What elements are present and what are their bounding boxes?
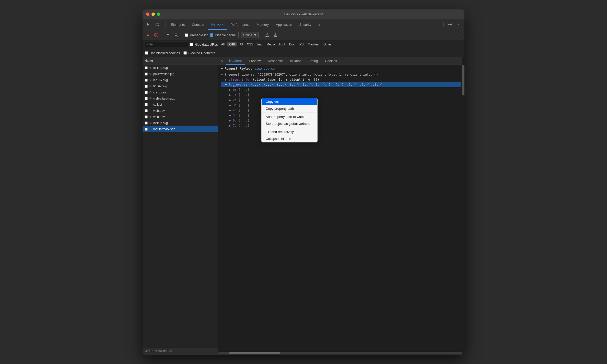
- tree-expand-icon[interactable]: ▶: [229, 113, 233, 118]
- filter-js[interactable]: JS: [237, 42, 244, 46]
- file-checkbox[interactable]: [145, 128, 148, 131]
- file-checkbox[interactable]: [145, 91, 148, 94]
- detail-content[interactable]: ▼ Request Payload view source ▼ {request…: [218, 65, 464, 352]
- record-button[interactable]: ●: [145, 32, 151, 38]
- horizontal-scrollbar[interactable]: [218, 352, 464, 355]
- tree-expand-icon[interactable]: ▶: [229, 103, 233, 107]
- file-item-webdev2[interactable]: ⚙ web.dev: [143, 114, 218, 120]
- disable-cache-label[interactable]: ✓ Disable cache: [210, 33, 236, 37]
- cursor-icon[interactable]: [145, 21, 152, 28]
- tree-expand-icon[interactable]: ▶: [225, 77, 229, 82]
- tree-expand-icon[interactable]: ▶: [229, 93, 233, 97]
- filter-font[interactable]: Font: [277, 42, 287, 46]
- blocked-requests-checkbox[interactable]: [183, 51, 187, 55]
- file-checkbox[interactable]: [145, 79, 148, 82]
- has-blocked-cookies-label[interactable]: Has blocked cookies: [145, 51, 180, 55]
- filter-manifest[interactable]: Manifest: [306, 42, 321, 46]
- file-item-lcp-ux[interactable]: ⚙ lcp_ux.svg: [143, 77, 218, 83]
- filter-xhr[interactable]: XHR: [227, 42, 237, 46]
- detail-tab-response[interactable]: Response: [264, 57, 286, 65]
- filter-input[interactable]: [145, 42, 188, 47]
- minimize-button[interactable]: [151, 13, 155, 16]
- file-item-lockup2[interactable]: ⚙ lockup.svg: [143, 120, 218, 126]
- context-menu-add-watch[interactable]: Add property path to watch: [262, 113, 317, 120]
- context-menu-expand[interactable]: Expand recursively: [262, 128, 317, 135]
- close-button[interactable]: [146, 13, 149, 16]
- file-item-web-vitals[interactable]: ⚙ web-vitals-her...: [143, 95, 218, 102]
- file-checkbox[interactable]: [145, 85, 148, 88]
- vertical-scrollbar-thumb[interactable]: [462, 65, 464, 95]
- filter-icon[interactable]: [165, 32, 171, 38]
- file-checkbox[interactable]: [145, 122, 148, 125]
- detail-tab-preview[interactable]: Preview: [245, 57, 264, 65]
- settings-icon[interactable]: [447, 21, 454, 28]
- context-menu-copy-value[interactable]: Copy value: [262, 98, 317, 105]
- file-item-lockup-svg[interactable]: ⚙ lockup.svg: [143, 65, 218, 71]
- tab-more[interactable]: »: [315, 19, 324, 30]
- hide-data-urls-label[interactable]: Hide data URLs: [190, 43, 218, 46]
- filter-img[interactable]: Img: [255, 42, 264, 46]
- view-source-link[interactable]: view source: [254, 67, 275, 70]
- detail-tab-cookies[interactable]: Cookies: [321, 57, 341, 65]
- tab-performance[interactable]: Performance: [227, 19, 253, 30]
- search-icon[interactable]: [173, 32, 180, 38]
- tab-memory[interactable]: Memory: [253, 19, 272, 30]
- file-item-log[interactable]: ⚙ log?format=json...: [143, 126, 218, 132]
- detail-tab-initiator[interactable]: Initiator: [286, 57, 305, 65]
- filter-doc[interactable]: Doc: [287, 42, 296, 46]
- tab-console[interactable]: Console: [188, 19, 208, 30]
- device-icon[interactable]: [154, 21, 161, 28]
- tree-expand-icon[interactable]: ▶: [229, 88, 233, 92]
- file-checkbox[interactable]: [145, 109, 148, 112]
- upload-icon[interactable]: [264, 32, 271, 38]
- file-item-fid-ux[interactable]: ⚙ fid_ux.svg: [143, 83, 218, 89]
- vertical-scrollbar[interactable]: [462, 57, 464, 355]
- tab-network[interactable]: Network: [208, 19, 227, 30]
- scrollbar-thumb[interactable]: [229, 352, 280, 354]
- hide-data-urls-checkbox[interactable]: [190, 43, 193, 46]
- filter-ws[interactable]: WS: [297, 42, 305, 46]
- filter-media[interactable]: Media: [265, 42, 277, 46]
- file-checkbox[interactable]: [145, 97, 148, 100]
- detail-tab-timing[interactable]: Timing: [305, 57, 322, 65]
- context-menu-copy-path[interactable]: Copy property path: [262, 105, 317, 112]
- tree-expand-icon[interactable]: ▶: [229, 98, 233, 102]
- network-throttle-select[interactable]: Online ▼: [241, 32, 259, 38]
- network-settings-icon[interactable]: [456, 32, 462, 38]
- download-icon[interactable]: [272, 32, 279, 38]
- maximize-button[interactable]: [157, 13, 160, 16]
- file-item-collect[interactable]: ⚙ collect: [143, 102, 218, 108]
- file-item-philipwalton[interactable]: ⚙ philipwalton.jpg: [143, 71, 218, 77]
- tree-expand-icon[interactable]: ▶: [229, 118, 233, 123]
- tree-expand-icon[interactable]: ▶: [229, 123, 233, 128]
- close-detail-button[interactable]: ✕: [219, 58, 225, 64]
- tree-expand-icon[interactable]: ▼: [225, 82, 229, 87]
- tab-security[interactable]: Security: [296, 19, 315, 30]
- preserve-log-checkbox[interactable]: [185, 33, 188, 37]
- tree-expand-icon[interactable]: ▶: [229, 108, 233, 113]
- filter-other[interactable]: Other: [322, 42, 333, 46]
- context-menu-collapse[interactable]: Collapse children: [262, 135, 317, 142]
- filter-all[interactable]: All: [219, 42, 226, 46]
- file-checkbox[interactable]: [145, 66, 148, 69]
- filter-css[interactable]: CSS: [245, 42, 255, 46]
- file-item-cls-ux[interactable]: ⚙ cls_ux.svg: [143, 89, 218, 95]
- item-1: ▶ 1: {,...}: [221, 92, 461, 98]
- file-checkbox[interactable]: [145, 103, 148, 106]
- disable-cache-checkbox[interactable]: ✓: [210, 33, 213, 37]
- file-checkbox[interactable]: [145, 115, 148, 118]
- detail-tab-headers[interactable]: Headers: [226, 57, 245, 65]
- tab-application[interactable]: Application: [272, 19, 296, 30]
- more-options-icon[interactable]: [455, 21, 462, 28]
- file-checkbox[interactable]: [145, 72, 148, 76]
- context-menu-store-global[interactable]: Store object as global variable: [262, 120, 317, 127]
- log-event-line[interactable]: ▼ log_event: [{...}, {...}, {...}, {...}…: [221, 82, 461, 87]
- has-blocked-cookies-checkbox[interactable]: [145, 51, 148, 55]
- tree-expand-icon[interactable]: ▼: [221, 72, 225, 77]
- preserve-log-label[interactable]: Preserve log: [185, 33, 208, 37]
- file-item-webdev[interactable]: ⚙ web.dev: [143, 108, 218, 114]
- toolbar-sep-1: [162, 32, 162, 38]
- tab-elements[interactable]: Elements: [167, 19, 188, 30]
- clear-button[interactable]: 🚫: [153, 32, 159, 38]
- blocked-requests-label[interactable]: Blocked Requests: [183, 51, 215, 55]
